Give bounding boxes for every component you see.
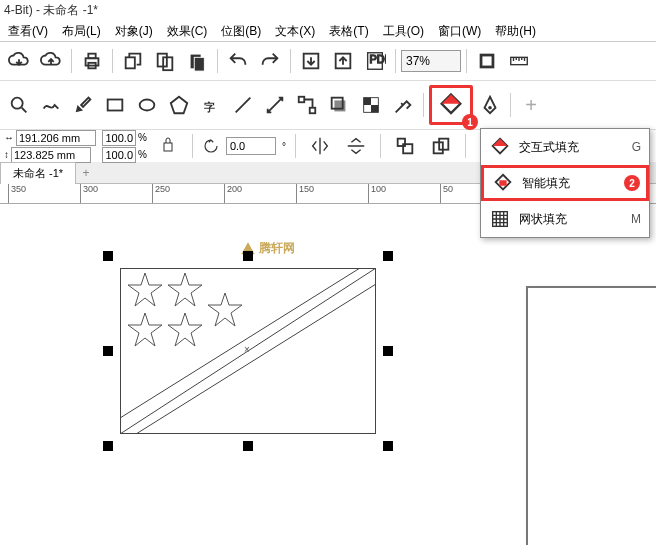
polygon-icon[interactable] xyxy=(164,90,194,120)
handle-tl[interactable] xyxy=(103,251,113,261)
width-input[interactable] xyxy=(16,130,96,146)
zoom-select[interactable] xyxy=(401,50,461,72)
menu-text[interactable]: 文本(X) xyxy=(275,23,315,38)
fullscreen-icon[interactable] xyxy=(472,46,502,76)
tools-toolbar: 字 ▾ 1 + xyxy=(0,81,656,130)
pdf-icon[interactable]: PDF xyxy=(360,46,390,76)
handle-ml[interactable] xyxy=(103,346,113,356)
title-bar: 4-Bit) - 未命名 -1* xyxy=(0,0,656,20)
rectangle-icon[interactable] xyxy=(100,90,130,120)
svg-rect-25 xyxy=(364,98,371,105)
menu-bitmap[interactable]: 位图(B) xyxy=(221,23,261,38)
dimension-icon[interactable] xyxy=(260,90,290,120)
text-icon[interactable]: 字 xyxy=(196,90,226,120)
flyout-smart-fill[interactable]: 智能填充 2 xyxy=(481,165,649,201)
handle-bm[interactable] xyxy=(243,441,253,451)
export-icon[interactable] xyxy=(328,46,358,76)
print-icon[interactable] xyxy=(77,46,107,76)
flyout-label: 交互式填充 xyxy=(519,139,624,156)
standard-toolbar: PDF xyxy=(0,42,656,81)
menu-tools[interactable]: 工具(O) xyxy=(383,23,424,38)
add-tool-icon[interactable]: + xyxy=(516,90,546,120)
connector-icon[interactable] xyxy=(292,90,322,120)
handle-br[interactable] xyxy=(383,441,393,451)
canvas[interactable]: 腾轩网 × xyxy=(0,204,656,545)
zoom-tool-icon[interactable] xyxy=(4,90,34,120)
svg-rect-28 xyxy=(164,143,172,151)
flyout-mesh-fill[interactable]: 网状填充 M xyxy=(481,201,649,237)
svg-rect-22 xyxy=(334,100,345,111)
undo-icon[interactable] xyxy=(223,46,253,76)
flyout-shortcut: G xyxy=(632,140,641,154)
mesh-fill-icon xyxy=(489,208,511,230)
copy-icon[interactable] xyxy=(150,46,180,76)
height-input[interactable] xyxy=(11,147,91,163)
freehand-icon[interactable] xyxy=(36,90,66,120)
menu-layout[interactable]: 布局(L) xyxy=(62,23,101,38)
fill-tool-button[interactable]: ▾ 1 xyxy=(429,85,473,125)
handle-tr[interactable] xyxy=(383,251,393,261)
menu-object[interactable]: 对象(J) xyxy=(115,23,153,38)
ellipse-icon[interactable] xyxy=(132,90,162,120)
handle-bl[interactable] xyxy=(103,441,113,451)
svg-rect-7 xyxy=(194,57,204,71)
mirror-v-icon[interactable] xyxy=(341,131,371,161)
doc-tab-active[interactable]: 未命名 -1* xyxy=(0,162,76,185)
cloud-upload-icon[interactable] xyxy=(36,46,66,76)
svg-rect-16 xyxy=(108,100,123,111)
interactive-fill-icon xyxy=(489,136,511,158)
svg-text:PDF: PDF xyxy=(370,53,387,65)
transparency-icon[interactable] xyxy=(356,90,386,120)
align-icon[interactable] xyxy=(390,131,420,161)
scale-y-input[interactable] xyxy=(102,147,136,163)
handle-mr[interactable] xyxy=(383,346,393,356)
svg-rect-20 xyxy=(299,97,305,103)
flag-stars xyxy=(120,268,250,368)
add-tab-button[interactable]: + xyxy=(76,166,96,180)
svg-rect-13 xyxy=(482,56,491,65)
flyout-label: 智能填充 xyxy=(522,175,638,192)
outline-pen-icon[interactable] xyxy=(475,90,505,120)
badge-1: 1 xyxy=(462,114,478,130)
svg-text:字: 字 xyxy=(204,101,215,113)
svg-rect-3 xyxy=(126,57,135,68)
svg-point-15 xyxy=(12,98,23,109)
svg-point-27 xyxy=(489,107,491,109)
badge-2: 2 xyxy=(624,175,640,191)
eyedropper-icon[interactable] xyxy=(388,90,418,120)
paste-icon[interactable] xyxy=(182,46,212,76)
selection-bounds: × xyxy=(108,256,388,446)
svg-rect-21 xyxy=(310,108,316,114)
svg-marker-18 xyxy=(171,97,188,114)
lock-ratio-icon[interactable] xyxy=(153,131,183,161)
artistic-media-icon[interactable] xyxy=(68,90,98,120)
svg-marker-42 xyxy=(168,313,202,346)
cut-icon[interactable] xyxy=(118,46,148,76)
cloud-download-icon[interactable] xyxy=(4,46,34,76)
svg-rect-1 xyxy=(88,54,95,59)
flyout-interactive-fill[interactable]: 交互式填充 G xyxy=(481,129,649,165)
scale-x-input[interactable] xyxy=(102,130,136,146)
svg-point-17 xyxy=(140,100,155,111)
line-icon[interactable] xyxy=(228,90,258,120)
smart-fill-icon xyxy=(492,172,514,194)
import-icon[interactable] xyxy=(296,46,326,76)
shadow-icon[interactable] xyxy=(324,90,354,120)
rotation-input[interactable] xyxy=(226,137,276,155)
menu-help[interactable]: 帮助(H) xyxy=(495,23,536,38)
handle-tm[interactable] xyxy=(243,251,253,261)
fill-flyout: 交互式填充 G 智能填充 2 网状填充 M xyxy=(480,128,650,238)
svg-marker-40 xyxy=(168,273,202,306)
ruler-icon[interactable] xyxy=(504,46,534,76)
svg-rect-26 xyxy=(371,105,378,112)
mirror-h-icon[interactable] xyxy=(305,131,335,161)
redo-icon[interactable] xyxy=(255,46,285,76)
page-edge xyxy=(526,286,656,545)
menu-effect[interactable]: 效果(C) xyxy=(167,23,208,38)
order-icon[interactable] xyxy=(426,131,456,161)
svg-marker-41 xyxy=(128,313,162,346)
menu-window[interactable]: 窗口(W) xyxy=(438,23,481,38)
menu-table[interactable]: 表格(T) xyxy=(329,23,368,38)
menu-view[interactable]: 查看(V) xyxy=(8,23,48,38)
flyout-label: 网状填充 xyxy=(519,211,623,228)
